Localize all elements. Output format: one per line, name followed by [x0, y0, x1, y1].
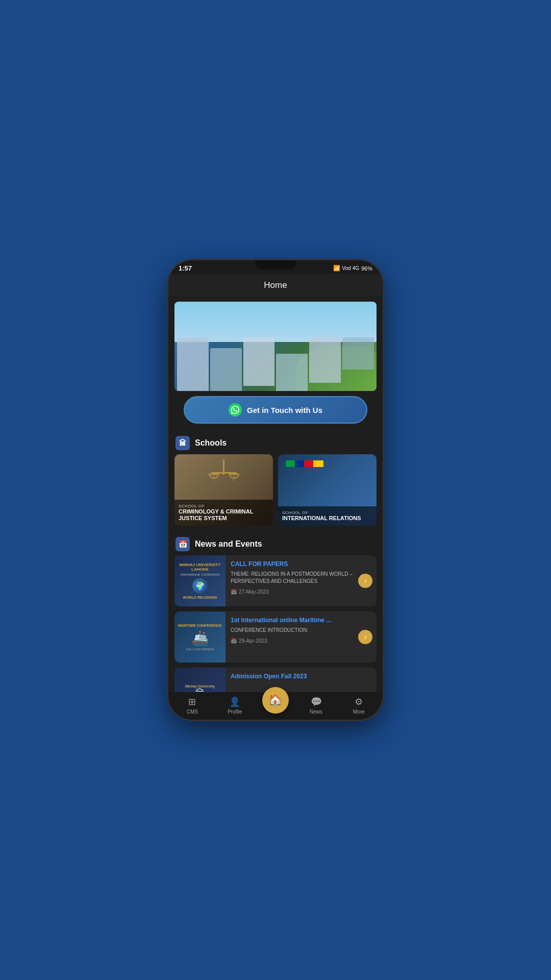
hero-buildings: [174, 337, 377, 391]
building-3: [243, 337, 275, 386]
page-title: Home: [264, 280, 287, 290]
school-label-main-2: INTERNATIONAL RELATIONS: [282, 515, 372, 522]
nav-item-profile[interactable]: 👤 Profile: [219, 696, 250, 715]
flag-cloth-4: [313, 460, 323, 467]
scales-decoration: [209, 459, 239, 495]
news-section: Minhaj University Lahore International C…: [168, 555, 383, 692]
calendar-icon-2: 📅: [231, 638, 237, 644]
more-icon: ⚙: [355, 696, 363, 707]
news-thumb-content-3: Minhaj University 🏛 Lahore: [185, 684, 215, 692]
schools-section-header: 🏛 Schools: [168, 431, 383, 454]
thumb-maritime-sub: CALL FOR PAPERS: [178, 648, 222, 651]
status-time: 1:57: [179, 264, 192, 272]
news-thumb-content-1: Minhaj University Lahore International C…: [177, 562, 223, 599]
app-screen: Home: [168, 274, 383, 720]
news-label: News: [310, 709, 322, 715]
building-5: [309, 337, 341, 383]
profile-label: Profile: [228, 709, 242, 715]
scale-dish-left: [209, 474, 219, 479]
news-thumb-3: Minhaj University 🏛 Lahore: [174, 668, 226, 692]
news-date-2: 📅 29-Apr-2023: [231, 638, 372, 644]
nav-item-cms[interactable]: ⊞ CMS: [177, 696, 208, 715]
ship-icon: 🚢: [178, 630, 222, 647]
news-title-3: Admission Open Fall 2023: [231, 673, 372, 681]
flag-cloth-3: [304, 460, 314, 467]
schools-icon: 🏛: [176, 436, 190, 450]
building-2: [210, 348, 242, 391]
news-thumb-bg-1: Minhaj University Lahore International C…: [174, 555, 226, 606]
school-label-top-1: SCHOOL OF: [179, 504, 269, 508]
wifi-icon: 📶: [333, 265, 340, 272]
news-content-3: Admission Open Fall 2023: [231, 668, 377, 692]
news-desc-2: CONFERENCE INTRODUCTION:: [231, 627, 372, 634]
school-label-top-2: SCHOOL OF: [282, 510, 372, 515]
news-icon: 📅: [176, 537, 190, 551]
news-title: News and Events: [195, 540, 262, 549]
cms-label: CMS: [187, 709, 198, 715]
building-1: [177, 337, 209, 391]
news-thumb-bg-2: MARITIME CONFERENCE 🚢 CALL FOR PAPERS: [174, 611, 226, 663]
app-header: Home: [168, 274, 383, 297]
scale-dish-right: [229, 474, 239, 479]
school-label-main-1: CRIMINOLOGY & CRIMINAL JUSTICE SYSTEM: [179, 508, 269, 522]
news-arrow-2[interactable]: ›: [358, 630, 372, 644]
hero-sky: [174, 302, 377, 342]
status-bar: 1:57 📶 Vod 4G 96%: [168, 260, 383, 274]
thumb-sublabel-1: International Conference: [177, 573, 223, 576]
nav-home-button[interactable]: 🏠: [262, 687, 289, 714]
news-item-1[interactable]: Minhaj University Lahore International C…: [174, 555, 377, 606]
thumb-world-religions: WORLD RELIGIONS: [177, 596, 223, 599]
signal-icon: Vod 4G: [342, 265, 359, 271]
school-card-criminology[interactable]: SCHOOL OF CRIMINOLOGY & CRIMINAL JUSTICE…: [174, 454, 273, 526]
more-label: More: [353, 709, 365, 715]
news-arrow-1[interactable]: ›: [358, 574, 372, 588]
thumb-maritime-label: MARITIME CONFERENCE: [178, 624, 222, 627]
school-card-overlay-1: SCHOOL OF CRIMINOLOGY & CRIMINAL JUSTICE…: [174, 500, 273, 526]
building-4: [276, 354, 308, 391]
flag-cloth-1: [286, 460, 296, 467]
news-content-1: CALL FOR PAPERS THEME: RELIGIONS IN A PO…: [231, 555, 377, 606]
nav-item-news[interactable]: 💬 News: [301, 696, 332, 715]
thumb-label-1: Minhaj University Lahore: [177, 562, 223, 572]
cms-icon: ⊞: [188, 696, 196, 707]
whatsapp-button[interactable]: Get in Touch with Us: [184, 396, 367, 424]
profile-icon: 👤: [229, 696, 240, 707]
notch: [255, 260, 296, 270]
thumb-admission-label: Minhaj University: [185, 684, 215, 688]
news-title-1: CALL FOR PAPERS: [231, 560, 372, 569]
globe-icon: 🌍: [192, 578, 208, 594]
news-desc-1: THEME: RELIGIONS IN A POSTMODERN WORLD –…: [231, 571, 372, 585]
hero-image: [174, 302, 377, 391]
calendar-icon-1: 📅: [231, 589, 237, 595]
news-item-2[interactable]: MARITIME CONFERENCE 🚢 CALL FOR PAPERS 1s…: [174, 611, 377, 663]
flags-decoration: [281, 457, 374, 495]
bottom-nav: ⊞ CMS 👤 Profile 🏠 💬 News ⚙ More: [168, 692, 383, 720]
status-icons: 📶 Vod 4G 96%: [333, 265, 372, 272]
phone-frame: 1:57 📶 Vod 4G 96% Home: [168, 260, 383, 720]
news-thumb-2: MARITIME CONFERENCE 🚢 CALL FOR PAPERS: [174, 611, 226, 663]
scroll-content[interactable]: Get in Touch with Us 🏛 Schools: [168, 297, 383, 692]
news-section-header: 📅 News and Events: [168, 532, 383, 555]
whatsapp-icon: [229, 403, 242, 416]
school-card-international[interactable]: SCHOOL OF INTERNATIONAL RELATIONS: [278, 454, 377, 526]
news-thumb-1: Minhaj University Lahore International C…: [174, 555, 226, 606]
whatsapp-label: Get in Touch with Us: [247, 406, 322, 414]
nav-item-more[interactable]: ⚙ More: [343, 696, 374, 715]
battery-icon: 96%: [361, 265, 372, 272]
schools-title: Schools: [195, 438, 227, 448]
news-thumb-content-2: MARITIME CONFERENCE 🚢 CALL FOR PAPERS: [178, 624, 222, 651]
news-content-2: 1st International online Maritime ... CO…: [231, 611, 377, 663]
news-title-2: 1st International online Maritime ...: [231, 617, 372, 625]
flag-cloth-2: [295, 460, 305, 467]
news-thumb-bg-3: Minhaj University 🏛 Lahore: [174, 668, 226, 692]
news-nav-icon: 💬: [311, 696, 322, 707]
school-card-overlay-2: SCHOOL OF INTERNATIONAL RELATIONS: [278, 506, 377, 526]
schools-grid: SCHOOL OF CRIMINOLOGY & CRIMINAL JUSTICE…: [168, 454, 383, 532]
building-6: [342, 337, 374, 370]
news-date-1: 📅 27-May-2023: [231, 589, 372, 595]
university-icon: 🏛: [185, 688, 215, 692]
